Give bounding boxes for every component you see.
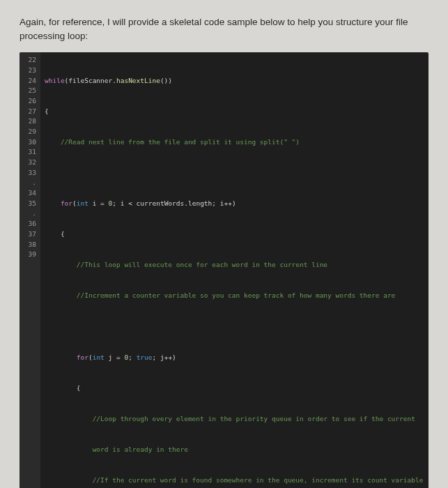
line-number: 25 [22, 86, 36, 96]
code-line: { [45, 229, 423, 240]
line-number: 28 [22, 116, 36, 127]
line-number: 39 [22, 250, 36, 260]
line-number: 32 [22, 158, 36, 168]
code-line: //Read next line from the file and split… [45, 137, 423, 148]
line-number: 31 [22, 147, 36, 158]
code-line [45, 322, 423, 333]
code-content: while(fileScanner.hasNextLine()) { //Rea… [40, 52, 428, 488]
code-line: //This loop will execute once for each w… [45, 260, 423, 270]
code-line: //If the current word is found somewhere… [45, 475, 423, 486]
line-number: . [22, 178, 36, 188]
line-number: 38 [22, 240, 36, 250]
code-line: //Increment a counter variable so you ca… [45, 291, 423, 301]
line-number: 24 [22, 76, 36, 86]
line-number: 33 [22, 168, 36, 178]
line-number: 35 [22, 199, 36, 209]
code-line: //Loop through every element in the prio… [45, 414, 423, 425]
line-number-gutter: 22 23 24 25 26 27 28 29 30 31 32 33 . 34… [20, 52, 40, 488]
line-number: 34 [22, 188, 36, 199]
line-number: 29 [22, 127, 36, 137]
code-line: for(int i = 0; i < currentWords.length; … [45, 199, 423, 209]
line-number: 30 [22, 137, 36, 148]
line-number: 23 [22, 66, 36, 76]
code-sample: 22 23 24 25 26 27 28 29 30 31 32 33 . 34… [20, 52, 428, 488]
code-line: { [45, 107, 423, 117]
code-line: { [45, 383, 423, 394]
line-number: 22 [22, 55, 36, 66]
code-line: for(int j = 0; true; j++) [45, 353, 423, 363]
line-number: 36 [22, 219, 36, 229]
intro-paragraph: Again, for reference, I will provide a s… [20, 15, 428, 43]
code-line [45, 168, 423, 178]
code-line: while(fileScanner.hasNextLine()) [45, 76, 423, 86]
line-number: . [22, 208, 36, 219]
line-number: 27 [22, 107, 36, 117]
document-page: Again, for reference, I will provide a s… [0, 0, 448, 488]
line-number: 37 [22, 229, 36, 240]
code-line: word is already in there [45, 445, 423, 455]
line-number: 26 [22, 96, 36, 107]
